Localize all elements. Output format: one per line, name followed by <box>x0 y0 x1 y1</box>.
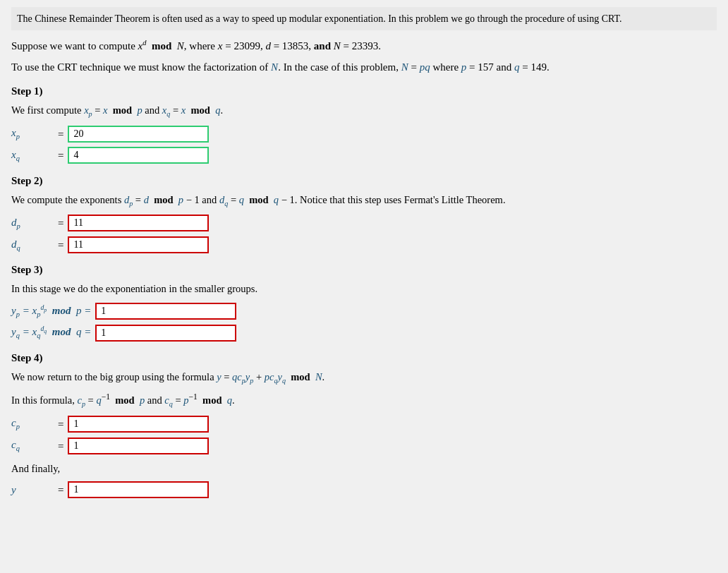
problem-statement: Suppose we want to compute xd mod N, whe… <box>11 37 717 54</box>
step2-section: Step 2) We compute the exponents dp = d … <box>11 172 717 255</box>
dp-label: dp <box>11 214 54 233</box>
y-input[interactable] <box>68 481 209 498</box>
cq-row: cq = <box>11 436 717 455</box>
intro-block: The Chinese Remainder Theorem is often u… <box>11 7 717 30</box>
step2-desc: We compute the exponents dp = d mod p − … <box>11 192 717 210</box>
step4-heading: Step 4) <box>11 349 717 366</box>
xq-row: xq = <box>11 146 717 165</box>
yp-row: yp = xpdp mod p = <box>11 302 717 321</box>
cp-label: cp <box>11 414 54 433</box>
dq-label: dq <box>11 236 54 255</box>
y-row: y = <box>11 481 717 498</box>
yq-label: yq = xqdq mod q = <box>11 323 91 342</box>
step1-heading: Step 1) <box>11 83 717 99</box>
factorization-statement: To use the CRT technique we must know th… <box>11 59 717 76</box>
dp-input[interactable] <box>68 215 209 231</box>
xq-input[interactable] <box>68 147 209 164</box>
yp-input[interactable] <box>95 303 236 320</box>
yq-row: yq = xqdq mod q = <box>11 323 717 342</box>
step4-desc1: We now return to the big group using the… <box>11 369 717 387</box>
step2-heading: Step 2) <box>11 172 717 189</box>
cp-row: cp = <box>11 414 717 433</box>
xp-input[interactable] <box>68 126 209 143</box>
xp-label: xp <box>11 124 54 143</box>
step1-section: Step 1) We first compute xp = x mod p an… <box>11 83 717 165</box>
step3-desc: In this stage we do the exponentiation i… <box>11 281 717 297</box>
y-label: y <box>11 481 54 498</box>
finally-text: And finally, <box>11 461 717 477</box>
dq-row: dq = <box>11 236 717 255</box>
step3-section: Step 3) In this stage we do the exponent… <box>11 261 717 342</box>
cq-label: cq <box>11 436 54 455</box>
step1-desc: We first compute xp = x mod p and xq = x… <box>11 102 717 120</box>
dq-input[interactable] <box>68 236 209 253</box>
dp-row: dp = <box>11 214 717 233</box>
cp-input[interactable] <box>68 416 209 433</box>
yp-label: yp = xpdp mod p = <box>11 302 91 321</box>
xq-label: xq <box>11 146 54 165</box>
step4-desc2: In this formula, cp = q−1 mod p and cq =… <box>11 391 717 410</box>
cq-input[interactable] <box>68 438 209 454</box>
yq-input[interactable] <box>95 325 236 342</box>
step3-heading: Step 3) <box>11 261 717 278</box>
xp-row: xp = <box>11 124 717 143</box>
intro-line1: The Chinese Remainder Theorem is often u… <box>17 13 622 24</box>
step4-section: Step 4) We now return to the big group u… <box>11 349 717 498</box>
